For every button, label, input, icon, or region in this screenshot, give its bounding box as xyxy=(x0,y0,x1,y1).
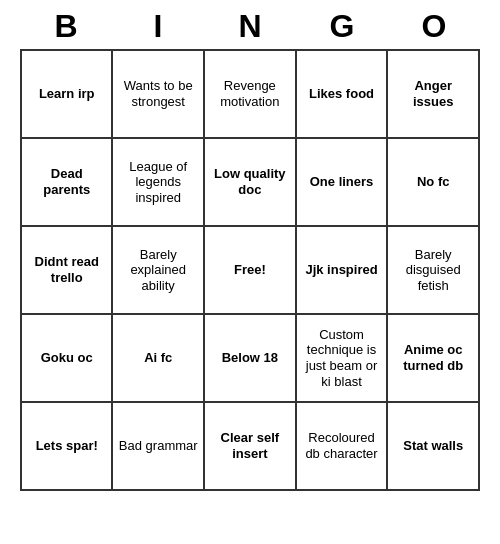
grid-cell: Custom technique is just beam or ki blas… xyxy=(296,314,388,402)
grid-cell: Jjk inspired xyxy=(296,226,388,314)
grid-cell: Below 18 xyxy=(204,314,296,402)
grid-cell: Anger issues xyxy=(387,50,479,138)
grid-cell: Anime oc turned db xyxy=(387,314,479,402)
bingo-letter: O xyxy=(394,8,474,45)
bingo-letter: B xyxy=(26,8,106,45)
bingo-letter: G xyxy=(302,8,382,45)
bingo-letter: I xyxy=(118,8,198,45)
grid-cell: League of legends inspired xyxy=(112,138,204,226)
grid-cell: Bad grammar xyxy=(112,402,204,490)
grid-cell: Dead parents xyxy=(21,138,112,226)
bingo-title: BINGO xyxy=(20,0,480,49)
grid-cell: One liners xyxy=(296,138,388,226)
grid-cell: Ai fc xyxy=(112,314,204,402)
grid-cell: No fc xyxy=(387,138,479,226)
grid-cell: Low quality doc xyxy=(204,138,296,226)
grid-cell: Lets spar! xyxy=(21,402,112,490)
grid-cell: Likes food xyxy=(296,50,388,138)
grid-cell: Barely explained ability xyxy=(112,226,204,314)
grid-cell: Learn irp xyxy=(21,50,112,138)
bingo-letter: N xyxy=(210,8,290,45)
grid-cell: Free! xyxy=(204,226,296,314)
grid-cell: Revenge motivation xyxy=(204,50,296,138)
grid-cell: Didnt read trello xyxy=(21,226,112,314)
grid-cell: Barely disguised fetish xyxy=(387,226,479,314)
grid-cell: Goku oc xyxy=(21,314,112,402)
bingo-grid: Learn irpWants to be strongestRevenge mo… xyxy=(20,49,480,491)
grid-cell: Clear self insert xyxy=(204,402,296,490)
grid-cell: Wants to be strongest xyxy=(112,50,204,138)
grid-cell: Stat walls xyxy=(387,402,479,490)
grid-cell: Recoloured db character xyxy=(296,402,388,490)
